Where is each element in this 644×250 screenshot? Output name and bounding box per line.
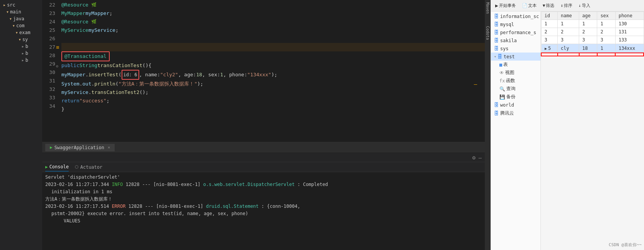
import-btn[interactable]: ↓ 导入 — [576, 2, 592, 9]
play-icon: ▶ — [495, 3, 498, 8]
tree-item-src[interactable]: ▸ src — [0, 2, 42, 8]
console-run-icon: ▶ — [45, 164, 48, 169]
col-header-phone: phone — [615, 12, 644, 20]
db-tree-sub-view[interactable]: 👁 视图 — [491, 69, 540, 77]
console-output: Servlet 'dispatcherServlet' 2023-02-16 1… — [42, 172, 485, 250]
col-header-id: id — [541, 12, 558, 20]
settings-row: ⚙ — — [42, 153, 485, 162]
actuator-icon: ⬡ — [75, 164, 79, 169]
tree-item-sy[interactable]: ▾ sy — [0, 36, 42, 43]
settings-icon[interactable]: ⚙ — [472, 155, 475, 161]
folder-icon: ▾ — [18, 37, 21, 42]
console-line-3: initialization in 1 ms — [45, 188, 482, 196]
code-line-31: System.out.println("方法A：第一条数据拆入数据库！"); — — [61, 80, 485, 88]
folder-icon: ▾ — [12, 23, 15, 28]
db-table-content: id name age sex phone 1 1 1 1 — [541, 12, 644, 250]
col-header-age: age — [579, 12, 597, 20]
db-panel: ▶ 开始事务 📄 文本 ▼ 筛选 ↕ 排序 ↓ 导入 — [491, 0, 644, 250]
db-tree-item-sys[interactable]: 🗄 sys — [491, 44, 540, 53]
db-tree-item-performance[interactable]: 🗄 performance_s — [491, 28, 540, 36]
table-row[interactable]: 1 1 1 1 130 — [541, 20, 644, 28]
console-tabs: ▶ Console ⬡ Actuator — [42, 162, 485, 172]
db-tree-item-tencent[interactable]: 🗄 腾讯云 — [491, 109, 540, 118]
code-line-27: ≡ — [61, 43, 485, 51]
line-numbers: 22232425262728293031323334 — [42, 0, 58, 110]
db-tree-sub-backup[interactable]: 💾 备份 — [491, 93, 540, 101]
folder-icon: ▸ — [21, 51, 24, 56]
console-line-1: Servlet 'dispatcherServlet' — [45, 174, 482, 181]
db-tree-sub-function[interactable]: fx 函数 — [491, 77, 540, 85]
console-line-5: 2023-02-16 11:27:17.514 ERROR 12828 --- … — [45, 203, 482, 210]
code-line-33: return "success"; — [61, 97, 485, 105]
tree-item-exam[interactable]: ▾ exam — [0, 29, 42, 36]
col-header-name: name — [558, 12, 579, 20]
tree-item-b1[interactable]: ▸ b — [0, 43, 42, 50]
side-labels: Maven Codota — [485, 0, 491, 250]
bottom-panel: ▶ SwaggerApplication × ⚙ — ▶ Console ⬡ A… — [42, 142, 485, 250]
db-icon: 🗄 — [494, 46, 499, 51]
sort-btn[interactable]: ↕ 排序 — [558, 2, 574, 9]
tree-item-b3[interactable]: ▸ b — [0, 57, 42, 64]
folder-icon: ▾ — [6, 9, 9, 15]
text-icon: 📄 — [522, 3, 527, 8]
data-table: id name age sex phone 1 1 1 1 — [541, 12, 644, 56]
tree-item-com[interactable]: ▾ com — [0, 22, 42, 29]
folder-icon: ▾ — [9, 16, 12, 21]
tab-console[interactable]: ▶ Console — [45, 163, 69, 171]
db-icon: 🗄 — [494, 38, 499, 43]
tab-actuator[interactable]: ⬡ Actuator — [75, 163, 102, 171]
tree-item-main[interactable]: ▾ main — [0, 8, 42, 15]
codota-label[interactable]: Codota — [485, 24, 491, 42]
import-icon: ↓ — [578, 3, 581, 8]
text-btn[interactable]: 📄 文本 — [520, 2, 539, 9]
db-tree-sub-table[interactable]: ▦ 表 — [491, 61, 540, 69]
filter-icon: ▼ — [543, 3, 545, 8]
code-line-29: public String transCationTest(){ ⊙ — [61, 61, 485, 70]
function-icon: fx — [499, 78, 505, 84]
db-tree-item-information[interactable]: 🗄 information_sc — [491, 12, 540, 20]
run-icon: ▶ — [50, 145, 53, 150]
db-icon: 🗄 — [494, 30, 499, 35]
close-icon[interactable]: × — [108, 145, 110, 150]
db-tree-item-test[interactable]: ▾ 🗄 test — [491, 53, 540, 61]
table-row[interactable]: 3 3 3 3 133 — [541, 36, 644, 44]
code-line-32: myService.transCationTest2(); — [61, 88, 485, 97]
view-icon: 👁 — [499, 70, 504, 76]
app-tab-bar: ▶ SwaggerApplication × — [42, 142, 485, 153]
folder-icon: ▸ — [3, 2, 6, 8]
folder-icon: ▸ — [21, 58, 24, 63]
db-tree-item-sakila[interactable]: 🗄 sakila — [491, 36, 540, 44]
db-icon: 🗄 — [494, 110, 499, 116]
maven-label[interactable]: Maven — [485, 0, 491, 16]
code-line-34: } — [61, 105, 485, 113]
backup-icon: 💾 — [499, 94, 505, 100]
db-tree-item-world[interactable]: 🗄 world — [491, 101, 540, 109]
db-body: 🗄 information_sc 🗄 mysql 🗄 performance_s… — [491, 12, 644, 250]
db-tree-sub-query[interactable]: 🔍 查询 — [491, 85, 540, 93]
console-line-4: 方法A：第一条数据拆入数据库！ — [45, 196, 482, 203]
file-tree: ▸ src ▾ main ▾ java ▾ com ▾ exam ▾ sy — [0, 0, 42, 250]
table-row-new[interactable] — [541, 53, 644, 56]
table-icon: ▦ — [499, 62, 502, 67]
folder-icon: ▾ — [15, 30, 18, 35]
app-tab[interactable]: ▶ SwaggerApplication × — [45, 144, 115, 151]
db-icon: 🗄 — [494, 13, 499, 19]
db-tree-item-mysql[interactable]: 🗄 mysql — [491, 20, 540, 28]
code-line-25: MyService myService; — [61, 26, 485, 35]
code-line-28: @Transactional — [61, 51, 485, 61]
table-row[interactable]: 2 2 2 2 131 — [541, 28, 644, 36]
console-line-2: 2023-02-16 11:27:17.344 INFO 12828 --- [… — [45, 181, 482, 188]
tree-item-b2[interactable]: ▸ b — [0, 50, 42, 57]
db-tree: 🗄 information_sc 🗄 mysql 🗄 performance_s… — [491, 12, 541, 250]
minimize-icon[interactable]: — — [479, 155, 482, 161]
code-line-26 — [61, 35, 485, 43]
filter-btn[interactable]: ▼ 筛选 — [541, 2, 557, 9]
start-task-btn[interactable]: ▶ 开始事务 — [493, 2, 518, 9]
console-line-6: pstmt-20002} execute error. insert into … — [45, 210, 482, 217]
code-line-24: @Resource 🌿 — [61, 18, 485, 26]
table-row-selected[interactable]: ▶ 5 cly 18 1 134xxx — [541, 44, 644, 53]
db-icon: 🗄 — [494, 21, 499, 27]
db-icon: 🗄 — [497, 54, 502, 59]
col-header-sex: sex — [597, 12, 615, 20]
tree-item-java[interactable]: ▾ java — [0, 15, 42, 22]
